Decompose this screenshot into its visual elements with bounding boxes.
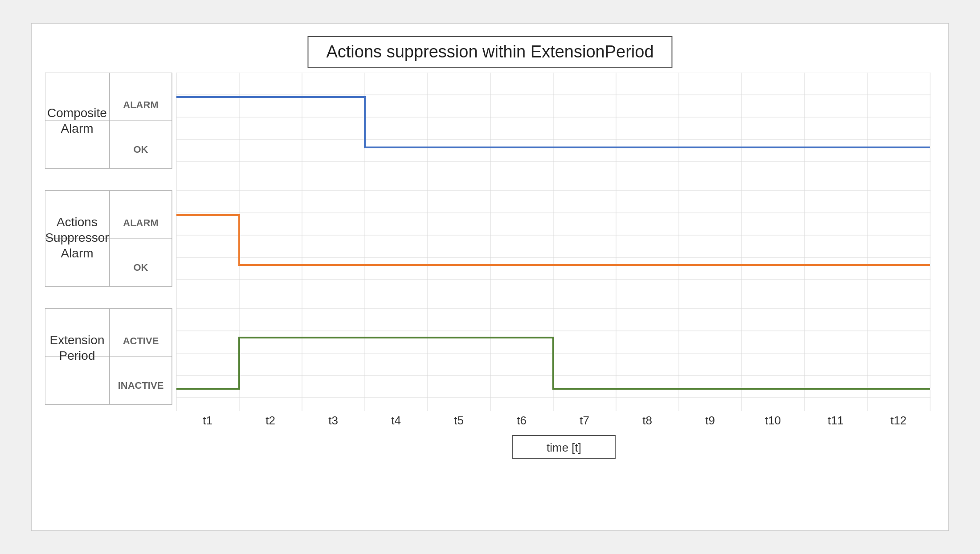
tick-t9: t9 <box>705 414 715 427</box>
tick-t10: t10 <box>765 414 781 427</box>
tick-t6: t6 <box>517 414 527 427</box>
grid-lines <box>45 73 931 411</box>
chart-wrapper: Actions suppression within ExtensionPeri… <box>31 23 949 531</box>
main-container: Actions suppression within ExtensionPeri… <box>0 0 980 554</box>
extension-period-line <box>176 338 930 389</box>
row2-name3: Alarm <box>61 246 93 260</box>
row1-name: Composite <box>47 106 107 120</box>
chart-title: Actions suppression within ExtensionPeri… <box>326 42 653 61</box>
tick-t12: t12 <box>890 414 906 427</box>
time-label: time [t] <box>547 441 581 454</box>
row1-ok-label: OK <box>134 144 148 155</box>
tick-t2: t2 <box>265 414 275 427</box>
row1-name2: Alarm <box>61 122 93 135</box>
tick-t4: t4 <box>391 414 401 427</box>
row1-alarm-label: ALARM <box>123 99 158 110</box>
tick-t7: t7 <box>580 414 589 427</box>
row3-active-label: ACTIVE <box>123 335 159 346</box>
tick-t11: t11 <box>828 414 844 427</box>
tick-t1: t1 <box>203 414 212 427</box>
row2-alarm-label: ALARM <box>123 217 158 228</box>
row3-name2: Period <box>59 349 95 363</box>
tick-t3: t3 <box>328 414 338 427</box>
row3-name: Extension <box>50 333 105 347</box>
tick-t8: t8 <box>642 414 652 427</box>
chart-title-box: Actions suppression within ExtensionPeri… <box>307 36 672 68</box>
row2-ok-label: OK <box>134 262 148 273</box>
row3-inactive-label: INACTIVE <box>118 380 164 391</box>
row2-name2: Suppressor <box>45 231 109 244</box>
row2-name: Actions <box>57 215 98 229</box>
chart-svg: Composite Alarm ALARM OK Actions Suppres… <box>45 73 931 468</box>
tick-t5: t5 <box>454 414 464 427</box>
